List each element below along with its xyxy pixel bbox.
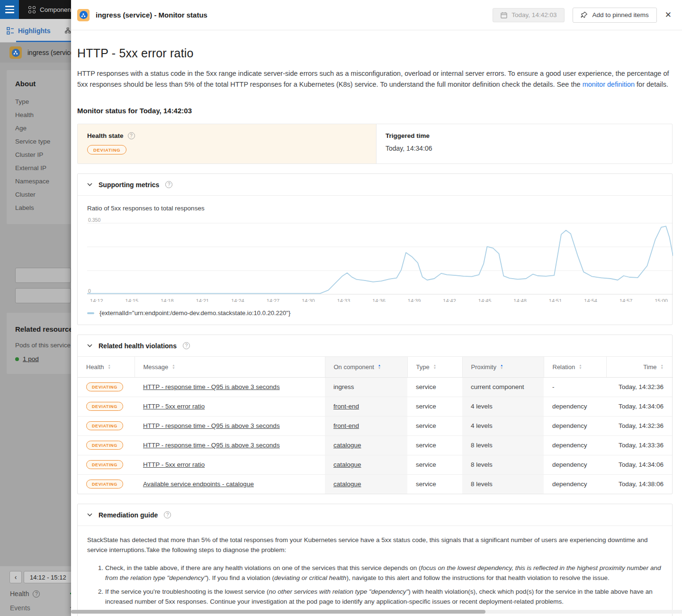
date-picker-button[interactable]: Today, 14:42:03 — [493, 8, 565, 22]
svg-text:14:18: 14:18 — [161, 298, 174, 302]
modal-title: ingress (service) - Monitor status — [96, 11, 207, 19]
action-button-2[interactable] — [15, 288, 71, 303]
supporting-metrics-header[interactable]: Supporting metrics ? — [78, 174, 672, 196]
column-header-relation[interactable]: Relation▲▼ — [544, 357, 606, 377]
remediation-intro: StackState has detected that more than 5… — [87, 535, 663, 555]
type-cell: service — [407, 377, 462, 397]
deviating-badge: DEVIATING — [86, 421, 123, 430]
legend-swatch-icon — [87, 312, 94, 314]
health-dot-icon — [15, 357, 19, 361]
type-cell: service — [407, 435, 462, 455]
close-icon[interactable]: ✕ — [665, 10, 672, 20]
add-to-pinned-button[interactable]: Add to pinned items — [573, 8, 656, 23]
svg-text:14:57: 14:57 — [619, 298, 633, 302]
supporting-metrics-section: Supporting metrics ? Ratio of 5xx respon… — [77, 173, 673, 325]
calendar-icon — [501, 12, 507, 18]
sort-arrows-icon: ▲▼ — [108, 364, 111, 370]
help-icon[interactable]: ? — [33, 590, 40, 598]
deviating-badge: DEVIATING — [86, 441, 123, 450]
component-cell: front-end — [325, 397, 407, 416]
timeline-back-button[interactable]: ‹ — [9, 571, 22, 583]
date-picker-label: Today, 14:42:03 — [512, 11, 556, 18]
relation-cell: - — [544, 377, 606, 397]
proximity-cell: 4 levels — [462, 397, 544, 416]
monitor-description: HTTP responses with a status code in the… — [77, 68, 673, 90]
topology-tab-icon[interactable] — [65, 27, 71, 35]
selected-component-row[interactable]: ingress (service) — [0, 43, 71, 63]
help-icon[interactable]: ? — [128, 132, 135, 139]
svg-text:14:54: 14:54 — [584, 298, 597, 302]
type-cell: service — [407, 455, 462, 474]
component-cell: ingress — [325, 377, 407, 397]
highlights-icon — [7, 27, 14, 35]
column-header-on-component[interactable]: On component▲▼ — [325, 357, 407, 377]
component-cell: front-end — [325, 416, 407, 435]
column-header-time[interactable]: Time▲▼ — [606, 357, 673, 377]
remediation-step: If the service you're troubleshooting is… — [105, 587, 663, 607]
timeline-range[interactable]: 14:12 - 15:12 — [24, 571, 71, 583]
violations-table: Health▲▼Message▲▼On component▲▼Type▲▼Pro… — [78, 357, 673, 494]
violation-message-link[interactable]: HTTP - 5xx error ratio — [143, 461, 205, 468]
violation-message-link[interactable]: Available service endpoints - catalogue — [143, 480, 254, 488]
svg-text:14:48: 14:48 — [513, 298, 527, 302]
timeline-events-label: Events — [10, 604, 30, 612]
violation-row: DEVIATINGHTTP - 5xx error ratiocatalogue… — [78, 455, 673, 474]
remediation-guide-header[interactable]: Remediation guide ? — [78, 504, 672, 526]
proximity-cell: current component — [462, 377, 544, 397]
about-card: About TypeHealthAgeService typeCluster I… — [7, 70, 71, 224]
component-link[interactable]: front-end — [333, 403, 359, 410]
svg-text:14:45: 14:45 — [478, 298, 492, 302]
violation-message-link[interactable]: HTTP - response time - Q95 is above 3 se… — [143, 422, 280, 429]
monitor-definition-link[interactable]: monitor definition — [583, 81, 635, 88]
pods-of-service-label: Pods of this service — [15, 342, 71, 349]
timeline-events-row: Events — [10, 604, 30, 612]
column-header-proximity[interactable]: Proximity▲▼ — [462, 357, 544, 377]
help-icon[interactable]: ? — [183, 342, 190, 349]
sort-arrows-icon: ▲▼ — [579, 364, 582, 370]
help-icon[interactable]: ? — [164, 511, 171, 518]
violation-message-link[interactable]: HTTP - 5xx error ratio — [143, 403, 205, 410]
service-icon — [77, 9, 90, 21]
hamburger-menu-button[interactable] — [0, 0, 19, 19]
action-button-1[interactable] — [15, 268, 71, 283]
remediation-guide-body: StackState has detected that more than 5… — [78, 526, 672, 616]
pod-link[interactable]: 1 pod — [23, 355, 39, 362]
column-header-message[interactable]: Message▲▼ — [135, 357, 325, 377]
violation-row: DEVIATINGHTTP - response time - Q95 is a… — [78, 416, 673, 435]
svg-text:0: 0 — [88, 288, 91, 294]
health-state-panel: Health state? DEVIATING — [78, 124, 376, 163]
proximity-cell: 4 levels — [462, 416, 544, 435]
app-switcher[interactable]: Components — [19, 0, 71, 19]
component-link[interactable]: catalogue — [333, 480, 361, 488]
component-link[interactable]: front-end — [333, 422, 359, 429]
violation-row: DEVIATINGHTTP - response time - Q95 is a… — [78, 435, 673, 455]
svg-text:14:42: 14:42 — [443, 298, 456, 302]
violation-message-link[interactable]: HTTP - response time - Q95 is above 3 se… — [143, 442, 280, 449]
help-icon[interactable]: ? — [165, 181, 172, 188]
relation-cell: dependency — [544, 455, 606, 474]
related-health-violations-header[interactable]: Related health violations ? — [78, 335, 672, 357]
message-cell: HTTP - 5xx error ratio — [135, 397, 325, 416]
deviating-badge: DEVIATING — [86, 382, 123, 391]
time-cell: Today, 14:34:06 — [606, 397, 673, 416]
monitor-status-heading: Monitor status for Today, 14:42:03 — [77, 107, 673, 115]
svg-text:14:21: 14:21 — [196, 298, 209, 302]
component-link[interactable]: catalogue — [333, 442, 361, 449]
time-cell: Today, 14:32:36 — [606, 416, 673, 435]
relation-cell: dependency — [544, 474, 606, 494]
horizontal-scrollbar-thumb[interactable] — [71, 610, 485, 614]
violation-row: DEVIATINGHTTP - response time - Q95 is a… — [78, 377, 673, 397]
monitor-status-modal: ingress (service) - Monitor status Today… — [71, 0, 682, 616]
health-state-card: Health state? DEVIATING Triggered time T… — [77, 124, 673, 164]
column-header-type[interactable]: Type▲▼ — [407, 357, 462, 377]
violation-message-link[interactable]: HTTP - response time - Q95 is above 3 se… — [143, 383, 280, 390]
tab-highlights[interactable]: Highlights — [7, 27, 50, 35]
horizontal-scrollbar[interactable] — [71, 610, 682, 614]
chart-title: Ratio of 5xx responses to total response… — [87, 205, 672, 212]
column-header-health[interactable]: Health▲▼ — [78, 357, 135, 377]
chevron-down-icon — [87, 183, 92, 186]
time-cell: Today, 14:38:06 — [606, 474, 673, 494]
component-link[interactable]: catalogue — [333, 461, 361, 468]
modal-header: ingress (service) - Monitor status Today… — [71, 0, 682, 30]
sort-arrows-icon: ▲▼ — [433, 364, 436, 370]
